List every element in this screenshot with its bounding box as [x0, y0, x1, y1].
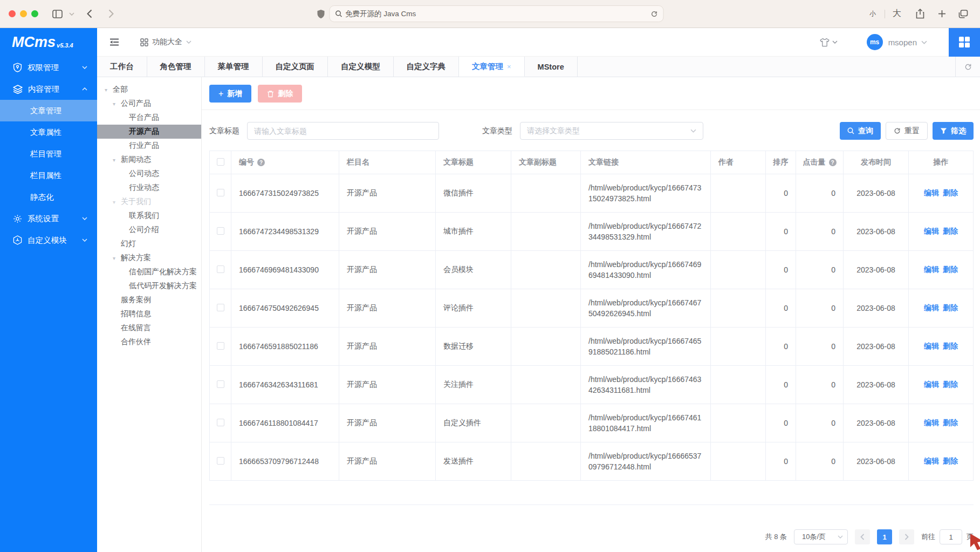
chevron-down-icon[interactable]: [67, 6, 76, 22]
filter-button[interactable]: 筛选: [933, 122, 974, 140]
sidebar-toggle-icon[interactable]: [49, 6, 65, 22]
sidebar-subitem[interactable]: 栏目属性: [0, 165, 97, 186]
delete-link[interactable]: 删除: [943, 418, 958, 428]
back-button[interactable]: [81, 6, 98, 22]
edit-link[interactable]: 编辑: [924, 418, 939, 428]
tree-node[interactable]: ▾解决方案: [97, 251, 201, 265]
caret-down-icon[interactable]: ▾: [113, 199, 121, 205]
tree-node[interactable]: 行业动态: [97, 181, 201, 195]
avatar[interactable]: ms: [867, 34, 883, 50]
row-checkbox[interactable]: [217, 457, 224, 465]
tree-node[interactable]: ▾关于我们: [97, 195, 201, 209]
close-window-button[interactable]: [9, 10, 16, 17]
close-icon[interactable]: ×: [507, 63, 511, 71]
sidebar-item-0[interactable]: 权限管理: [0, 57, 97, 78]
tree-node[interactable]: ▾新闻动态: [97, 153, 201, 167]
edit-link[interactable]: 编辑: [924, 342, 939, 351]
tab-6[interactable]: 文章管理×: [459, 57, 525, 77]
type-filter-select[interactable]: 请选择文章类型: [520, 122, 703, 140]
delete-link[interactable]: 删除: [943, 265, 958, 275]
sidebar-item-1[interactable]: 内容管理: [0, 78, 97, 100]
edit-link[interactable]: 编辑: [924, 188, 939, 198]
tree-node[interactable]: ▾全部: [97, 83, 201, 97]
prev-page-button[interactable]: [855, 529, 870, 544]
row-checkbox[interactable]: [217, 227, 224, 235]
tree-node[interactable]: 公司动态: [97, 167, 201, 181]
row-checkbox[interactable]: [217, 342, 224, 350]
edit-link[interactable]: 编辑: [924, 303, 939, 313]
next-page-button[interactable]: [899, 529, 914, 544]
goto-page-input[interactable]: [940, 529, 962, 544]
reset-button[interactable]: 重置: [886, 122, 928, 140]
tree-node[interactable]: 信创国产化解决方案: [97, 265, 201, 279]
row-checkbox[interactable]: [217, 265, 224, 273]
edit-link[interactable]: 编辑: [924, 380, 939, 390]
apps-grid-button[interactable]: [949, 28, 980, 57]
tab-2[interactable]: 菜单管理: [205, 57, 263, 77]
forward-button[interactable]: [103, 6, 119, 22]
refresh-tabs-icon[interactable]: [955, 57, 980, 77]
tab-7[interactable]: MStore: [525, 57, 578, 77]
delete-link[interactable]: 删除: [943, 456, 958, 466]
row-checkbox[interactable]: [217, 380, 224, 388]
maximize-window-button[interactable]: [31, 10, 38, 17]
text-smaller-button[interactable]: 小: [866, 9, 879, 18]
user-menu[interactable]: msopen: [888, 38, 927, 47]
tree-node[interactable]: ▾公司产品: [97, 97, 201, 111]
tree-node[interactable]: 招聘信息: [97, 307, 201, 321]
search-button[interactable]: 查询: [840, 122, 881, 140]
delete-link[interactable]: 删除: [943, 342, 958, 351]
sidebar-subitem[interactable]: 静态化: [0, 186, 97, 208]
sidebar-subitem[interactable]: 文章管理: [0, 100, 97, 121]
tree-node[interactable]: 低代码开发解决方案: [97, 279, 201, 293]
help-icon[interactable]: ?: [829, 159, 837, 166]
edit-link[interactable]: 编辑: [924, 456, 939, 466]
delete-button[interactable]: 删除: [258, 85, 302, 103]
tree-node[interactable]: 平台产品: [97, 111, 201, 125]
reload-icon[interactable]: [650, 10, 657, 18]
page-number-button[interactable]: 1: [877, 529, 892, 544]
tree-node[interactable]: 服务案例: [97, 293, 201, 307]
privacy-shield-icon[interactable]: [317, 9, 325, 19]
tab-overview-icon[interactable]: [955, 6, 971, 22]
row-checkbox[interactable]: [217, 419, 224, 426]
tree-node[interactable]: 公司介绍: [97, 223, 201, 237]
new-tab-icon[interactable]: [934, 6, 950, 22]
tree-node[interactable]: 开源产品: [97, 125, 201, 139]
edit-link[interactable]: 编辑: [924, 265, 939, 275]
delete-link[interactable]: 删除: [943, 380, 958, 390]
sidebar-item-3[interactable]: 自定义模块: [0, 229, 97, 251]
row-checkbox[interactable]: [217, 304, 224, 311]
delete-link[interactable]: 删除: [943, 303, 958, 313]
help-icon[interactable]: ?: [257, 159, 265, 166]
row-checkbox[interactable]: [217, 189, 224, 196]
caret-down-icon[interactable]: ▾: [113, 157, 121, 163]
share-icon[interactable]: [912, 6, 928, 22]
caret-down-icon[interactable]: ▾: [113, 101, 121, 107]
delete-link[interactable]: 删除: [943, 227, 958, 236]
select-all-checkbox[interactable]: [217, 158, 224, 166]
delete-link[interactable]: 删除: [943, 188, 958, 198]
tree-node[interactable]: 合作伙伴: [97, 335, 201, 349]
tab-0[interactable]: 工作台: [97, 57, 147, 77]
caret-down-icon[interactable]: ▾: [105, 87, 113, 93]
minimize-window-button[interactable]: [20, 10, 27, 17]
sidebar-subitem[interactable]: 文章属性: [0, 121, 97, 143]
tree-node[interactable]: 幻灯: [97, 237, 201, 251]
tab-3[interactable]: 自定义页面: [263, 57, 328, 77]
sidebar-subitem[interactable]: 栏目管理: [0, 143, 97, 165]
theme-switcher[interactable]: [819, 38, 838, 47]
tab-5[interactable]: 自定义字典: [394, 57, 460, 77]
menu-fold-icon[interactable]: [109, 37, 120, 47]
tab-4[interactable]: 自定义模型: [328, 57, 394, 77]
tree-node[interactable]: 在线留言: [97, 321, 201, 335]
tree-node[interactable]: 联系我们: [97, 209, 201, 223]
sidebar-item-2[interactable]: 系统设置: [0, 208, 97, 229]
title-filter-input[interactable]: [247, 122, 439, 140]
tree-node[interactable]: 行业产品: [97, 139, 201, 153]
add-button[interactable]: + 新增: [209, 85, 251, 103]
text-larger-button[interactable]: 大: [890, 8, 903, 19]
feature-menu-trigger[interactable]: 功能大全: [140, 37, 191, 47]
edit-link[interactable]: 编辑: [924, 227, 939, 236]
address-bar[interactable]: 免费开源的 Java Cms: [329, 5, 663, 22]
